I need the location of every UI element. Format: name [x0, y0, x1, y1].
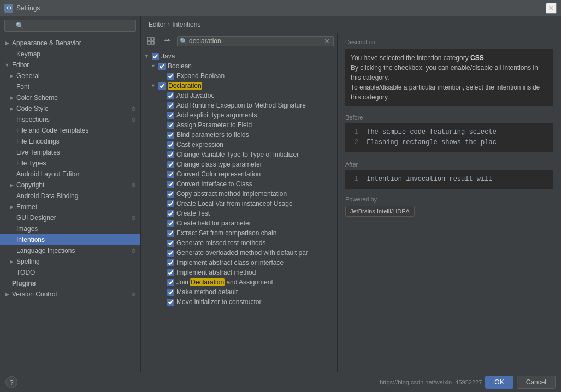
sidebar-item-todo[interactable]: TODO	[0, 267, 140, 278]
sidebar-item-color-scheme[interactable]: ▶ Color Scheme	[0, 92, 140, 103]
intention-item-create-local[interactable]: Create Local Var from instanceof Usage	[141, 199, 337, 209]
sidebar-item-font[interactable]: Font	[0, 81, 140, 92]
sidebar-item-live-templates[interactable]: Live Templates	[0, 147, 140, 158]
assign-param-checkbox[interactable]	[167, 122, 174, 129]
cast-checkbox[interactable]	[167, 141, 174, 149]
sidebar-item-file-types[interactable]: File Types	[0, 158, 140, 169]
sidebar-item-gui-designer[interactable]: GUI Designer ⚙	[0, 212, 140, 223]
generate-missed-checkbox[interactable]	[167, 240, 174, 247]
sidebar-item-copyright[interactable]: ▶ Copyright ⚙	[0, 180, 140, 191]
boolean-checkbox[interactable]	[158, 63, 166, 70]
sidebar-item-label: Android Data Binding	[16, 192, 78, 200]
intention-item-change-class[interactable]: Change class type parameter	[141, 159, 337, 169]
close-button[interactable]: ✕	[546, 3, 557, 14]
java-checkbox[interactable]	[152, 53, 159, 60]
sidebar: ▶ Appearance & Behavior Keymap ▼ Editor …	[0, 16, 141, 372]
sidebar-item-inspections[interactable]: Inspections ⚙	[0, 114, 140, 125]
intention-item-change-var[interactable]: Change Variable Type to Type of Initiali…	[141, 150, 337, 159]
convert-color-checkbox[interactable]	[167, 171, 174, 178]
copy-abstract-checkbox[interactable]	[167, 191, 174, 198]
expand-all-button[interactable]	[144, 35, 157, 46]
convert-interface-checkbox[interactable]	[167, 181, 174, 188]
make-default-checkbox[interactable]	[167, 289, 174, 296]
arrow-icon: ▶	[9, 182, 14, 188]
sidebar-item-language-injections[interactable]: Language Injections ⚙	[0, 245, 140, 256]
before-code: 1 The sample code featuring selecte 2 Fl…	[345, 123, 553, 152]
sidebar-item-general[interactable]: ▶ General	[0, 70, 140, 81]
sidebar-item-file-code-templates[interactable]: File and Code Templates	[0, 125, 140, 136]
gear-icon: ⚙	[131, 215, 136, 221]
intention-item-add-explicit[interactable]: Add explicit type arguments	[141, 110, 337, 120]
sidebar-item-version-control[interactable]: ▶ Version Control ⚙	[0, 289, 140, 300]
intention-item-implement-abstract-method[interactable]: Implement abstract method	[141, 268, 337, 277]
move-initializer-checkbox[interactable]	[167, 299, 174, 306]
svg-rect-0	[147, 38, 150, 40]
intention-item-extract-set[interactable]: Extract Set from comparison chain	[141, 228, 337, 238]
clear-search-button[interactable]: ✕	[323, 37, 331, 45]
intention-item-generate-overloaded[interactable]: Generate overloaded method with default …	[141, 248, 337, 258]
intention-item-generate-missed[interactable]: Generate missed test methods	[141, 238, 337, 248]
generate-overloaded-checkbox[interactable]	[167, 250, 174, 257]
intention-item-bind-params[interactable]: Bind parameters to fields	[141, 130, 337, 140]
intention-item-implement-abstract[interactable]: Implement abstract class or interface	[141, 258, 337, 268]
sidebar-item-label: Live Templates	[16, 149, 60, 156]
sidebar-item-label: Intentions	[16, 236, 45, 243]
sidebar-item-code-style[interactable]: ▶ Code Style ⚙	[0, 103, 140, 114]
sidebar-item-android-layout[interactable]: Android Layout Editor	[0, 169, 140, 180]
sidebar-item-intentions[interactable]: Intentions	[0, 234, 140, 245]
sidebar-item-plugins[interactable]: Plugins	[0, 278, 140, 289]
sidebar-item-label: Color Scheme	[16, 94, 58, 102]
intention-item-add-javadoc[interactable]: Add Javadoc	[141, 91, 337, 100]
intention-item-convert-color[interactable]: Convert Color representation	[141, 169, 337, 179]
implement-abstract-method-checkbox[interactable]	[167, 269, 174, 276]
intention-item-make-default[interactable]: Make method default	[141, 287, 337, 297]
add-javadoc-checkbox[interactable]	[167, 92, 174, 99]
cancel-button[interactable]: Cancel	[517, 376, 556, 389]
intention-item-cast[interactable]: Cast expression	[141, 140, 337, 150]
intention-item-boolean[interactable]: ▼ Boolean	[141, 61, 337, 71]
sidebar-item-spelling[interactable]: ▶ Spelling	[0, 256, 140, 267]
sidebar-item-emmet[interactable]: ▶ Emmet	[0, 201, 140, 212]
intention-item-java[interactable]: ▼ Java	[141, 51, 337, 61]
create-field-checkbox[interactable]	[167, 220, 174, 227]
change-var-checkbox[interactable]	[167, 151, 174, 158]
checkbox-area	[152, 53, 159, 60]
declaration-checkbox[interactable]	[158, 82, 166, 90]
create-local-checkbox[interactable]	[167, 200, 174, 207]
collapse-all-button[interactable]	[161, 35, 174, 46]
sidebar-search-input[interactable]	[4, 20, 136, 32]
ok-button[interactable]: OK	[485, 376, 513, 389]
bind-params-checkbox[interactable]	[167, 132, 174, 139]
add-explicit-checkbox[interactable]	[167, 112, 174, 119]
change-class-checkbox[interactable]	[167, 161, 174, 168]
search-input[interactable]	[189, 37, 323, 45]
sidebar-item-keymap[interactable]: Keymap	[0, 49, 140, 60]
intention-item-create-test[interactable]: Create Test	[141, 209, 337, 218]
implement-abstract-checkbox[interactable]	[167, 259, 174, 266]
help-button[interactable]: ?	[5, 376, 17, 388]
intention-item-add-runtime[interactable]: Add Runtime Exception to Method Signatur…	[141, 100, 337, 110]
boolean-label: Boolean	[168, 62, 192, 70]
expand-boolean-checkbox[interactable]	[167, 73, 174, 80]
intention-item-copy-abstract[interactable]: Copy abstract method implementation	[141, 189, 337, 199]
intention-item-expand-boolean[interactable]: Expand Boolean	[141, 71, 337, 81]
sidebar-item-label: Language Injections	[16, 247, 75, 254]
extract-set-checkbox[interactable]	[167, 230, 174, 237]
intention-item-create-field[interactable]: Create field for parameter	[141, 218, 337, 228]
sidebar-item-label: Copyright	[16, 181, 44, 189]
sidebar-item-appearance[interactable]: ▶ Appearance & Behavior	[0, 38, 140, 49]
intention-item-join-declaration[interactable]: Join Declaration and Assignment	[141, 277, 337, 287]
breadcrumb-intentions: Intentions	[172, 21, 200, 28]
sidebar-item-images[interactable]: Images	[0, 223, 140, 234]
sidebar-item-android-data-binding[interactable]: Android Data Binding	[0, 191, 140, 201]
intention-item-convert-interface[interactable]: Convert Interface to Class	[141, 179, 337, 189]
sidebar-item-editor[interactable]: ▼ Editor	[0, 60, 140, 70]
arrow-icon: ▶	[9, 106, 14, 111]
intention-item-declaration[interactable]: ▼ Declaration	[141, 81, 337, 91]
sidebar-item-file-encodings[interactable]: File Encodings	[0, 136, 140, 147]
add-runtime-checkbox[interactable]	[167, 102, 174, 109]
create-test-checkbox[interactable]	[167, 210, 174, 217]
join-declaration-checkbox[interactable]	[167, 279, 174, 286]
intention-item-move-initializer[interactable]: Move initializer to constructor	[141, 297, 337, 307]
intention-item-assign-param[interactable]: Assign Parameter to Field	[141, 120, 337, 130]
